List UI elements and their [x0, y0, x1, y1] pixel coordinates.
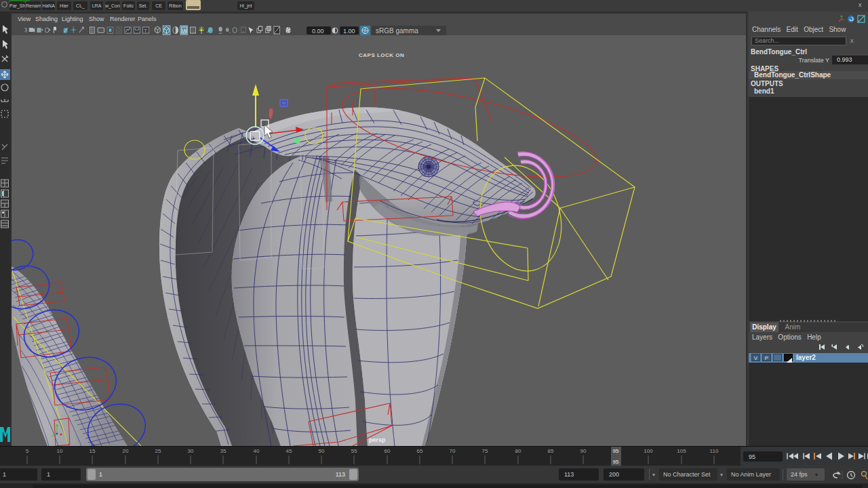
- svg-text:15: 15: [90, 448, 96, 454]
- svg-text:+: +: [846, 344, 849, 348]
- svg-text:1.00: 1.00: [343, 28, 355, 35]
- svg-text:25: 25: [155, 448, 161, 454]
- svg-text:95: 95: [749, 453, 755, 460]
- svg-text:90: 90: [580, 448, 587, 454]
- svg-text:20: 20: [123, 448, 129, 454]
- svg-text:80: 80: [515, 448, 521, 454]
- svg-text:105: 105: [677, 448, 686, 454]
- svg-text:sRGB gamma: sRGB gamma: [376, 27, 418, 35]
- svg-text:30: 30: [188, 448, 194, 454]
- svg-text:110: 110: [710, 448, 719, 454]
- svg-text:UV: UV: [182, 28, 187, 33]
- svg-text:35: 35: [220, 448, 226, 454]
- svg-text:70: 70: [450, 448, 456, 454]
- svg-text:50: 50: [319, 448, 325, 454]
- svg-text:5: 5: [26, 448, 29, 454]
- svg-text:40: 40: [254, 448, 260, 454]
- svg-text:45: 45: [286, 448, 292, 454]
- svg-text:95: 95: [613, 448, 619, 454]
- svg-text:10: 10: [57, 448, 63, 454]
- svg-text:95: 95: [613, 459, 619, 465]
- svg-text:75: 75: [482, 448, 488, 454]
- svg-text:65: 65: [417, 448, 423, 454]
- svg-text:85: 85: [548, 448, 554, 454]
- svg-text:100: 100: [644, 448, 653, 454]
- svg-text:T: T: [144, 28, 147, 34]
- svg-text:0.00: 0.00: [312, 28, 324, 35]
- svg-text:60: 60: [384, 448, 391, 454]
- svg-text:55: 55: [351, 448, 357, 454]
